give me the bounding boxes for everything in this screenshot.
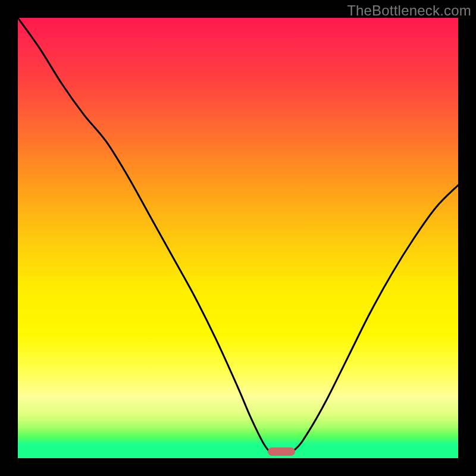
watermark-text: TheBottleneck.com: [347, 2, 471, 19]
bottleneck-curve: [18, 18, 458, 458]
chart-frame: TheBottleneck.com: [0, 0, 476, 476]
optimal-marker: [268, 447, 295, 456]
plot-area: [18, 18, 458, 458]
